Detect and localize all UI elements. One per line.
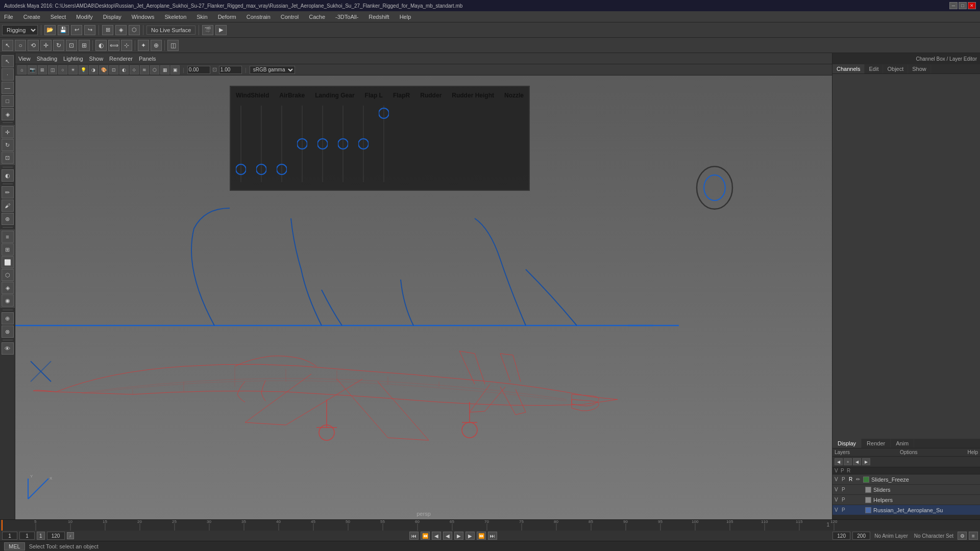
gamma-dropdown[interactable]: sRGB gamma <box>250 66 295 74</box>
range-mid-field[interactable]: 1 <box>37 532 45 540</box>
display4-button[interactable]: ⬡ <box>2 269 14 281</box>
rotate-left-button[interactable]: ↻ <box>2 139 14 151</box>
vp-menu-show[interactable]: Show <box>89 56 104 62</box>
select-mode-button[interactable]: ↖ <box>2 55 14 67</box>
far-clip-field[interactable] <box>219 66 242 74</box>
sculpt-button[interactable]: ✏ <box>2 186 14 198</box>
slider-track-flapr[interactable] <box>317 103 328 185</box>
sound-end-field[interactable] <box>852 532 870 540</box>
vp-light1-button[interactable]: ☀ <box>68 65 78 74</box>
pb-prev[interactable]: ◀ <box>432 532 441 540</box>
tab-channels[interactable]: Channels <box>832 64 865 73</box>
slider-track-flapl[interactable] <box>297 103 307 185</box>
layer-color4[interactable] <box>865 507 871 513</box>
layer-row-jet[interactable]: V P Russian_Jet_Aeroplane_Su <box>832 505 980 515</box>
display6-button[interactable]: ◉ <box>2 294 14 307</box>
vp-wireframe-button[interactable]: ◫ <box>48 65 57 74</box>
menu-deform[interactable]: Deform <box>216 13 238 21</box>
pb-next[interactable]: ▶ <box>465 532 475 540</box>
slider-track-rudder[interactable] <box>338 103 348 185</box>
pb-last[interactable]: ⏭ <box>488 532 497 540</box>
menu-cache[interactable]: Cache <box>307 13 327 21</box>
menu-select[interactable]: Select <box>48 13 68 21</box>
layer-prev2-button[interactable]: ◀ <box>853 458 861 465</box>
menu-3dtoall[interactable]: -3DToAll- <box>333 13 360 21</box>
menu-redshift[interactable]: Redshift <box>366 13 391 21</box>
options-tab[interactable]: Options <box>900 449 917 455</box>
menu-display[interactable]: Display <box>101 13 124 21</box>
layer-row-sliders[interactable]: V P Sliders <box>832 485 980 495</box>
vert-mode-button[interactable]: · <box>2 68 14 81</box>
soft-select-tool[interactable]: ◐ <box>95 40 107 51</box>
tab-edit[interactable]: Edit <box>865 64 883 73</box>
mode-selector[interactable]: MEL <box>4 542 25 550</box>
vp-menu-panels[interactable]: Panels <box>139 56 156 62</box>
help-tab[interactable]: Help <box>967 449 978 455</box>
vp-dof-button[interactable]: ⬡ <box>150 65 159 74</box>
layer-r1[interactable]: R <box>849 477 854 482</box>
paint-button[interactable]: 🖌 <box>2 199 14 212</box>
display2-button[interactable]: ⊞ <box>2 243 14 256</box>
layer-add-button[interactable]: + <box>844 458 852 465</box>
vp-smooth-button[interactable]: ○ <box>58 65 67 74</box>
layer-p3[interactable]: P <box>842 497 847 503</box>
open-file-button[interactable]: 📂 <box>44 25 56 35</box>
ipr-button[interactable]: ▶ <box>215 25 227 35</box>
tab-render[interactable]: Render <box>862 439 891 448</box>
near-clip-field[interactable] <box>187 66 210 74</box>
paint-select-tool[interactable]: ⟲ <box>28 40 39 51</box>
layers-tab[interactable]: Layers <box>835 449 850 455</box>
vp-grid-button[interactable]: ⊞ <box>38 65 47 74</box>
vp-home-button[interactable]: ⌂ <box>17 65 27 74</box>
pb-play-back[interactable]: ◀ <box>443 532 452 540</box>
save-file-button[interactable]: 💾 <box>58 25 69 35</box>
vp-menu-renderer[interactable]: Renderer <box>109 56 133 62</box>
rivet-button[interactable]: ⊛ <box>2 213 14 225</box>
slider-track-landing[interactable] <box>277 103 287 185</box>
maximize-button[interactable]: □ <box>959 2 967 9</box>
current-frame-field[interactable] <box>2 532 17 540</box>
select-tool[interactable]: ↖ <box>2 40 13 51</box>
vp-menu-view[interactable]: View <box>18 56 31 62</box>
rotate-tool[interactable]: ↻ <box>53 40 64 51</box>
range-start-field[interactable] <box>19 532 35 540</box>
menu-modify[interactable]: Modify <box>74 13 94 21</box>
misc1-button[interactable]: ⊕ <box>2 312 14 324</box>
sound-button[interactable]: ♪ <box>67 532 74 539</box>
minimize-button[interactable]: ─ <box>949 2 958 9</box>
scale-tool[interactable]: ⊡ <box>66 40 77 51</box>
display5-button[interactable]: ◈ <box>2 282 14 294</box>
undo-button[interactable]: ↩ <box>71 25 82 35</box>
lasso-tool[interactable]: ○ <box>15 40 26 51</box>
layer-v1[interactable]: V <box>835 477 840 482</box>
xray-tool[interactable]: ◫ <box>167 40 179 51</box>
menu-skeleton[interactable]: Skeleton <box>162 13 188 21</box>
vp-hud-button[interactable]: ▦ <box>160 65 169 74</box>
misc2-button[interactable]: ⊗ <box>2 325 14 338</box>
tab-object[interactable]: Object <box>883 64 908 73</box>
display1-button[interactable]: ≡ <box>2 231 14 243</box>
tab-anim[interactable]: Anim <box>891 439 914 448</box>
vp-menu-lighting[interactable]: Lighting <box>63 56 83 62</box>
menu-help[interactable]: Help <box>398 13 413 21</box>
range-end-field[interactable] <box>47 532 65 540</box>
menu-windows[interactable]: Windows <box>130 13 157 21</box>
timeline-bar[interactable]: 5 10 15 20 25 30 35 40 45 50 55 60 65 70… <box>0 520 980 531</box>
layer-color2[interactable] <box>865 487 871 493</box>
close-button[interactable]: ✕ <box>968 2 976 9</box>
menu-constrain[interactable]: Constrain <box>244 13 273 21</box>
ik-tool[interactable]: ⊕ <box>151 40 162 51</box>
pb-prev-key[interactable]: ⏪ <box>421 532 430 540</box>
redo-button[interactable]: ↪ <box>84 25 95 35</box>
snap-align-tool[interactable]: ⊹ <box>121 40 132 51</box>
vp-tex-button[interactable]: 🎨 <box>99 65 108 74</box>
pb-first[interactable]: ⏮ <box>409 532 419 540</box>
soft-select-left-button[interactable]: ◐ <box>2 169 14 182</box>
menu-skin[interactable]: Skin <box>194 13 209 21</box>
pb-next-key[interactable]: ⏩ <box>477 532 486 540</box>
vp-light2-button[interactable]: 💡 <box>79 65 88 74</box>
snap-point-button[interactable]: ◈ <box>115 25 127 35</box>
layer-prev-button[interactable]: ◀ <box>835 458 843 465</box>
uvshell-mode-button[interactable]: ◈ <box>2 108 14 120</box>
pb-play[interactable]: ▶ <box>454 532 463 540</box>
